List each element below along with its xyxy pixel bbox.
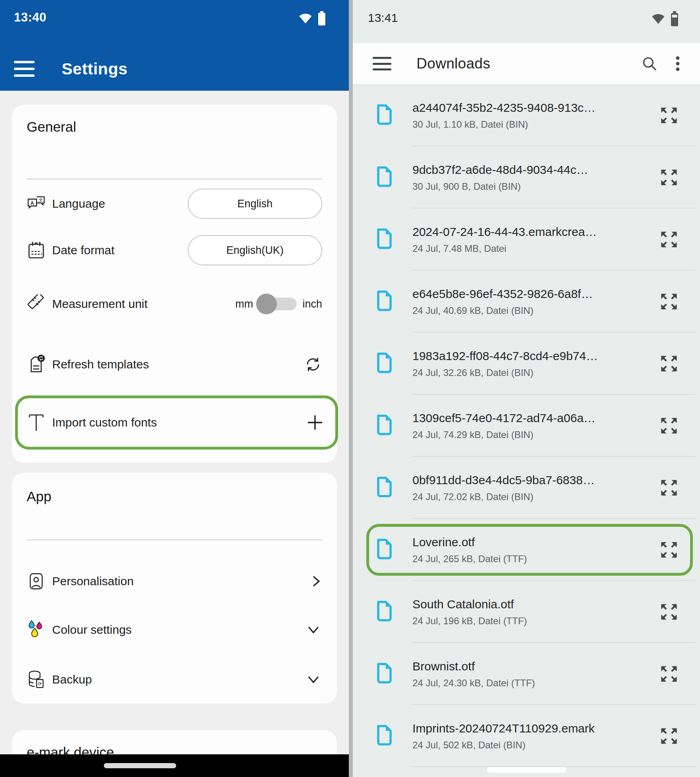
expand-icon[interactable] [659,415,679,436]
backup-row[interactable]: ⟳ Backup [27,667,322,692]
file-icon [376,415,393,437]
general-section-heading: General [27,119,322,135]
refresh-templates-icon [27,354,46,375]
wifi-icon [299,13,312,24]
expand-icon[interactable] [659,726,679,746]
file-list-item[interactable]: e64e5b8e-96ef-4352-9826-6a8f… 24 Jul, 40… [353,271,700,333]
file-name: 0bf911dd-d3e4-4dc5-9ba7-6838… [412,473,651,487]
file-list-item[interactable]: Imprints-20240724T110929.emark 24 Jul, 5… [353,705,700,767]
database-icon: ⟳ [27,670,46,689]
more-vert-icon[interactable] [675,55,680,72]
left-status-icons [299,11,326,25]
expand-icon[interactable] [659,167,679,188]
unit-toggle[interactable] [256,293,299,315]
downloads-app-panel: 13:41 Downloads [353,0,700,777]
file-name: 1983a192-ff08-44c7-8cd4-e9b74… [412,349,651,363]
split-screen: 13:40 Settings General [0,0,700,777]
split-screen-divider[interactable] [349,0,353,777]
date-format-setting-row[interactable]: Date format English(UK) [27,235,322,265]
file-text: 0bf911dd-d3e4-4dc5-9ba7-6838… 24 Jul, 72… [412,473,651,502]
file-name: Brownist.otf [412,660,651,673]
downloads-menu-button[interactable] [373,57,391,70]
file-meta: 24 Jul, 40.69 kB, Datei (BIN) [412,305,651,316]
colour-settings-row[interactable]: Colour settings [27,617,322,643]
app-section-heading: App [27,489,322,504]
date-format-value-button[interactable]: English(UK) [188,235,322,265]
person-card-icon [27,572,46,591]
file-list-item[interactable]: 1309cef5-74e0-4172-ad74-a06a… 24 Jul, 74… [353,395,700,457]
expand-icon[interactable] [659,539,679,560]
language-setting-row[interactable]: A 文 Language English [27,189,322,219]
settings-menu-button[interactable] [14,61,35,77]
left-home-indicator[interactable] [104,763,176,768]
left-navigation-bar [0,754,349,777]
file-name: 1309cef5-74e0-4172-ad74-a06a… [412,411,651,425]
file-text: a244074f-35b2-4235-9408-913c… 30 Jul, 1.… [412,101,651,130]
search-icon[interactable] [641,55,658,72]
file-icon [376,725,393,747]
date-format-label: Date format [52,243,188,257]
toggle-knob[interactable] [256,294,277,314]
expand-icon[interactable] [659,477,679,498]
refresh-templates-row[interactable]: Refresh templates [27,352,322,376]
right-home-indicator[interactable] [487,767,566,773]
right-status-icons [651,11,679,26]
language-label: Language [52,197,188,210]
file-meta: 24 Jul, 24.30 kB, Datei (TTF) [412,678,651,689]
colour-settings-label: Colour settings [52,623,305,637]
file-list-item[interactable]: South Catalonia.otf 24 Jul, 196 kB, Date… [353,581,700,643]
file-list-item[interactable]: 1983a192-ff08-44c7-8cd4-e9b74… 24 Jul, 3… [353,333,700,395]
file-list-item[interactable]: 2024-07-24-16-44-43.emarkcrea… 24 Jul, 7… [353,208,700,271]
file-name: South Catalonia.otf [412,598,651,611]
personalisation-row[interactable]: Personalisation [27,569,322,594]
file-name: a244074f-35b2-4235-9408-913c… [412,101,651,115]
general-section-card: General A 文 Language English [12,105,337,463]
plus-icon[interactable] [306,414,324,431]
expand-icon[interactable] [659,105,679,126]
file-icon [376,166,393,189]
file-list-item[interactable]: a244074f-35b2-4235-9408-913c… 30 Jul, 1.… [353,84,700,146]
chevron-right-icon [310,573,322,590]
downloads-file-list: a244074f-35b2-4235-9408-913c… 30 Jul, 1.… [353,84,700,767]
file-text: 9dcb37f2-a6de-48d4-9034-44c… 30 Jul, 900… [412,163,651,192]
chevron-down-icon [305,624,322,636]
file-list-item[interactable]: 0bf911dd-d3e4-4dc5-9ba7-6838… 24 Jul, 72… [353,457,700,519]
file-text: Loverine.otf 24 Jul, 265 kB, Datei (TTF) [412,536,651,565]
file-list-item[interactable]: 9dcb37f2-a6de-48d4-9034-44c… 30 Jul, 900… [353,146,700,208]
sync-icon[interactable] [304,355,322,374]
expand-icon[interactable] [659,229,679,250]
translate-icon: A 文 [27,194,46,213]
file-icon [376,477,393,499]
file-icon [376,104,393,127]
expand-icon[interactable] [659,353,679,374]
unit-inch-label: inch [302,298,322,310]
left-status-time: 13:40 [14,10,47,25]
calendar-icon [27,241,46,260]
import-custom-fonts-row[interactable]: Import custom fonts [27,413,324,432]
file-icon [376,290,393,313]
file-text: 1309cef5-74e0-4172-ad74-a06a… 24 Jul, 74… [412,411,651,440]
downloads-actions [641,55,680,72]
divider [27,179,322,179]
file-text: e64e5b8e-96ef-4352-9826-6a8f… 24 Jul, 40… [412,287,651,316]
file-list-item[interactable]: Brownist.otf 24 Jul, 24.30 kB, Datei (TT… [353,643,700,705]
wifi-icon [651,13,665,24]
svg-text:⟳: ⟳ [38,681,42,687]
downloads-appbar: Downloads [353,43,700,84]
battery-icon [671,11,679,26]
language-value-button[interactable]: English [188,189,322,219]
file-meta: 24 Jul, 32.26 kB, Datei (BIN) [412,367,651,378]
right-status-bar: 13:41 [353,0,700,43]
file-text: Imprints-20240724T110929.emark 24 Jul, 5… [412,722,651,751]
ruler-icon [27,294,46,314]
expand-icon[interactable] [659,602,679,622]
file-meta: 24 Jul, 72.02 kB, Datei (BIN) [412,491,651,502]
expand-icon[interactable] [659,291,679,312]
file-name: 2024-07-24-16-44-43.emarkcrea… [412,225,651,239]
svg-text:A: A [31,201,34,206]
file-meta: 30 Jul, 900 B, Datei (BIN) [412,181,651,192]
settings-header: 13:40 Settings [0,0,349,91]
divider [27,539,322,540]
expand-icon[interactable] [659,664,679,684]
file-list-item[interactable]: Loverine.otf 24 Jul, 265 kB, Datei (TTF) [353,519,700,581]
